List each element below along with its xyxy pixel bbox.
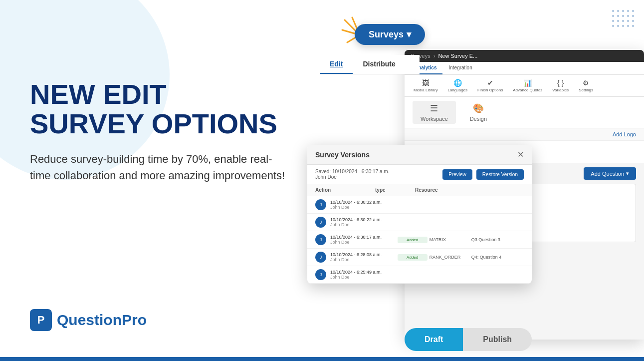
logo-text: QuestionPro bbox=[57, 312, 147, 329]
version-user: John Doe bbox=[330, 222, 394, 227]
modal-saved-info: Saved: 10/10/2024 - 6:30:17 a.m. John Do… bbox=[307, 165, 532, 184]
logo-pro: Pro bbox=[122, 312, 147, 328]
headline-line2: SURVEY OPTIONS bbox=[30, 109, 319, 139]
advance-quotas-icon: 📊 bbox=[523, 79, 532, 87]
version-avatar: J bbox=[315, 252, 326, 263]
version-user: John Doe bbox=[330, 257, 394, 262]
headline: NEW EDIT SURVEY OPTIONS bbox=[30, 80, 319, 139]
add-logo-label[interactable]: Add Logo bbox=[613, 131, 636, 137]
advance-quotas-label: Advance Quotas bbox=[513, 88, 542, 92]
logo-icon: P bbox=[30, 309, 52, 331]
version-row-content: Added MATRIX Q3 Question 3 bbox=[398, 237, 524, 243]
version-avatar: J bbox=[315, 234, 326, 245]
surveys-chevron: ▾ bbox=[407, 29, 411, 40]
surveys-pill[interactable]: Surveys ▾ bbox=[355, 24, 425, 45]
workspace-label: Workspace bbox=[421, 116, 448, 122]
type-text: RANK_ORDER bbox=[429, 255, 469, 260]
surveys-label: Surveys bbox=[369, 29, 404, 40]
version-user: John Doe bbox=[330, 275, 394, 280]
saved-info-text: Saved: 10/10/2024 - 6:30:17 a.m. John Do… bbox=[315, 169, 389, 180]
headline-line1: NEW EDIT bbox=[30, 80, 319, 109]
restore-version-button[interactable]: Restore Version bbox=[476, 169, 524, 180]
version-row: J 10/10/2024 - 6:30:17 a.m. John Doe Add… bbox=[307, 231, 532, 249]
finish-options-label: Finish Options bbox=[477, 88, 503, 92]
media-library-label: Media Library bbox=[414, 88, 437, 92]
edit-tab[interactable]: Edit bbox=[320, 55, 353, 74]
toolbar-languages[interactable]: 🌐 Languages bbox=[442, 77, 472, 94]
draft-publish-bar: Draft Publish bbox=[405, 328, 532, 351]
version-date: 10/10/2024 - 6:25:49 a.m. bbox=[330, 270, 394, 275]
col-action: Action bbox=[315, 187, 375, 193]
modal-actions: Preview Restore Version bbox=[442, 169, 524, 180]
version-date: 10/10/2024 - 6:28:08 a.m. bbox=[330, 252, 394, 257]
version-info: 10/10/2024 - 6:28:08 a.m. John Doe bbox=[330, 252, 394, 262]
action-added-badge: Added bbox=[398, 254, 428, 261]
saved-date: Saved: 10/10/2024 - 6:30:17 a.m. bbox=[315, 169, 389, 174]
toolbar: 🖼 Media Library 🌐 Languages ✔ Finish Opt… bbox=[405, 75, 644, 97]
versions-table-header: Action type Resource bbox=[307, 184, 532, 196]
workspace-design-bar: ☰ Workspace 🎨 Design bbox=[405, 97, 644, 128]
version-date: 10/10/2024 - 6:30:22 a.m. bbox=[330, 217, 394, 222]
settings-icon: ⚙ bbox=[583, 79, 589, 87]
variables-label: Variables bbox=[552, 88, 569, 92]
design-btn[interactable]: 🎨 Design bbox=[462, 101, 495, 124]
resource-text: Q4: Question 4 bbox=[471, 255, 524, 260]
resource-text: Q3 Question 3 bbox=[471, 237, 524, 242]
add-question-chevron: ▾ bbox=[626, 170, 629, 177]
design-icon: 🎨 bbox=[473, 103, 484, 114]
version-date: 10/10/2024 - 6:30:32 a.m. bbox=[330, 200, 394, 205]
workspace-btn[interactable]: ☰ Workspace bbox=[413, 101, 456, 124]
version-row: J 10/10/2024 - 6:30:32 a.m. John Doe bbox=[307, 196, 532, 214]
version-info: 10/10/2024 - 6:30:32 a.m. John Doe bbox=[330, 200, 394, 210]
workspace-icon: ☰ bbox=[430, 103, 438, 114]
action-added-badge: Added bbox=[398, 237, 428, 243]
distribute-tab[interactable]: Distribute bbox=[353, 55, 405, 74]
version-date: 10/10/2024 - 6:30:17 a.m. bbox=[330, 235, 394, 240]
settings-label: Settings bbox=[579, 88, 593, 92]
version-info: 10/10/2024 - 6:30:22 a.m. John Doe bbox=[330, 217, 394, 227]
breadcrumb-sep: › bbox=[433, 53, 435, 59]
toolbar-finish-options[interactable]: ✔ Finish Options bbox=[472, 77, 508, 94]
version-row: J 10/10/2024 - 6:25:49 a.m. John Doe bbox=[307, 266, 532, 284]
version-row-content: Added RANK_ORDER Q4: Question 4 bbox=[398, 254, 524, 261]
logo-area: P QuestionPro bbox=[30, 309, 147, 331]
version-info: 10/10/2024 - 6:30:17 a.m. John Doe bbox=[330, 235, 394, 245]
toolbar-media-library[interactable]: 🖼 Media Library bbox=[409, 77, 442, 94]
toolbar-advance-quotas[interactable]: 📊 Advance Quotas bbox=[508, 77, 547, 94]
col-resource: Resource bbox=[415, 187, 524, 193]
toolbar-settings[interactable]: ⚙ Settings bbox=[574, 77, 598, 94]
edit-distribute-bar: Edit Distribute bbox=[320, 55, 420, 74]
version-user: John Doe bbox=[330, 240, 394, 245]
version-avatar: J bbox=[315, 199, 326, 210]
tab-nav: Analytics Integration bbox=[405, 62, 644, 75]
languages-label: Languages bbox=[447, 88, 467, 92]
toolbar-variables[interactable]: { } Variables bbox=[547, 77, 574, 94]
screenshot-area: Surveys ▾ Edit Distribute Surveys › New … bbox=[305, 0, 644, 361]
add-question-label: Add Question bbox=[591, 171, 624, 177]
version-row: J 10/10/2024 - 6:30:22 a.m. John Doe bbox=[307, 214, 532, 231]
add-question-button[interactable]: Add Question ▾ bbox=[584, 167, 636, 180]
modal-header: Survey Versions ✕ bbox=[307, 145, 532, 165]
draft-button[interactable]: Draft bbox=[405, 328, 463, 351]
languages-icon: 🌐 bbox=[453, 79, 462, 87]
tab-integration[interactable]: Integration bbox=[442, 62, 478, 74]
design-label: Design bbox=[470, 116, 487, 122]
logo-question: Question bbox=[57, 312, 122, 328]
finish-options-icon: ✔ bbox=[487, 79, 493, 87]
modal-close-button[interactable]: ✕ bbox=[517, 150, 524, 159]
version-info: 10/10/2024 - 6:25:49 a.m. John Doe bbox=[330, 270, 394, 280]
breadcrumb-current: New Survey E... bbox=[438, 53, 477, 59]
version-user: John Doe bbox=[330, 205, 394, 210]
version-avatar: J bbox=[315, 217, 326, 228]
modal-title: Survey Versions bbox=[315, 151, 370, 159]
saved-user: John Doe bbox=[315, 174, 389, 180]
version-row: J 10/10/2024 - 6:28:08 a.m. John Doe Add… bbox=[307, 249, 532, 266]
col-type: type bbox=[375, 187, 415, 193]
breadcrumb-bar: Surveys › New Survey E... bbox=[405, 50, 644, 62]
type-text: MATRIX bbox=[429, 237, 469, 242]
subtext: Reduce survey-building time by 70%, enab… bbox=[30, 151, 289, 184]
version-avatar: J bbox=[315, 269, 326, 280]
preview-button[interactable]: Preview bbox=[442, 169, 472, 180]
bottom-bar bbox=[0, 357, 644, 361]
publish-button[interactable]: Publish bbox=[463, 328, 532, 351]
